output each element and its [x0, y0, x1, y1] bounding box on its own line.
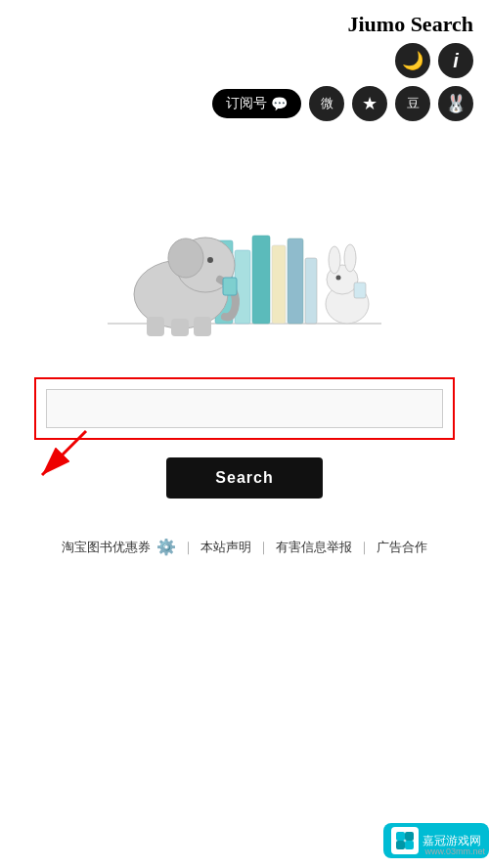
- search-box-wrapper: [34, 377, 455, 440]
- svg-point-17: [329, 246, 340, 274]
- svg-point-18: [344, 244, 356, 272]
- footer-links: 淘宝图书优惠券 ⚙️ ｜ 本站声明 ｜ 有害信息举报 ｜ 广告合作: [0, 518, 489, 570]
- subscribe-button[interactable]: 订阅号 💬: [212, 89, 301, 118]
- bottom-badge-area: 嘉冠游戏网 www.03mm.net: [383, 823, 489, 858]
- mascot-area: [0, 133, 489, 358]
- svg-rect-5: [288, 239, 303, 324]
- ad-link[interactable]: 广告合作: [377, 539, 427, 556]
- moon-icon[interactable]: 🌙: [395, 43, 430, 78]
- svg-rect-3: [252, 236, 270, 324]
- svg-rect-12: [171, 319, 189, 336]
- disclaimer-link[interactable]: 本站声明: [200, 539, 251, 556]
- wechat-icon: 💬: [271, 96, 288, 111]
- svg-rect-13: [194, 317, 211, 336]
- douban-icon[interactable]: 豆: [395, 86, 430, 121]
- svg-rect-24: [405, 832, 414, 841]
- footer-row-1: 淘宝图书优惠券 ⚙️ ｜ 本站声明 ｜ 有害信息举报 ｜ 广告合作: [62, 538, 427, 556]
- svg-rect-6: [305, 258, 317, 324]
- star-icon[interactable]: ★: [352, 86, 387, 121]
- svg-rect-11: [147, 317, 164, 336]
- badge-icon: [391, 827, 419, 854]
- taobao-link[interactable]: 淘宝图书优惠券: [62, 539, 151, 556]
- svg-point-10: [207, 257, 213, 263]
- svg-rect-25: [396, 841, 405, 849]
- svg-point-9: [168, 239, 203, 278]
- svg-rect-4: [272, 245, 286, 324]
- page-wrapper: Jiumo Search 🌙 i 订阅号 💬 微 ★ 豆 🐰: [0, 0, 489, 868]
- taobao-icon: ⚙️: [156, 538, 176, 556]
- svg-rect-23: [396, 832, 405, 841]
- red-arrow-indicator: [18, 421, 96, 499]
- info-icon[interactable]: i: [438, 43, 473, 78]
- svg-line-21: [42, 431, 86, 475]
- weibo-icon[interactable]: 微: [309, 86, 344, 121]
- search-input[interactable]: [46, 389, 443, 428]
- rabbit-icon[interactable]: 🐰: [438, 86, 473, 121]
- search-button[interactable]: Search: [166, 457, 322, 499]
- svg-rect-26: [405, 841, 414, 849]
- watermark: www.03mm.net: [424, 846, 485, 856]
- report-link[interactable]: 有害信息举报: [276, 539, 352, 556]
- svg-rect-20: [354, 282, 366, 298]
- header: Jiumo Search 🌙 i 订阅号 💬 微 ★ 豆 🐰: [0, 0, 489, 133]
- header-icons-row: 🌙 i: [395, 43, 473, 78]
- mascot-illustration: [88, 152, 401, 348]
- app-title: Jiumo Search: [347, 12, 473, 37]
- svg-rect-14: [223, 278, 237, 295]
- nav-row: 订阅号 💬 微 ★ 豆 🐰: [212, 86, 473, 121]
- subscribe-label: 订阅号: [226, 95, 267, 112]
- svg-point-19: [336, 276, 341, 281]
- search-section: Search: [0, 358, 489, 518]
